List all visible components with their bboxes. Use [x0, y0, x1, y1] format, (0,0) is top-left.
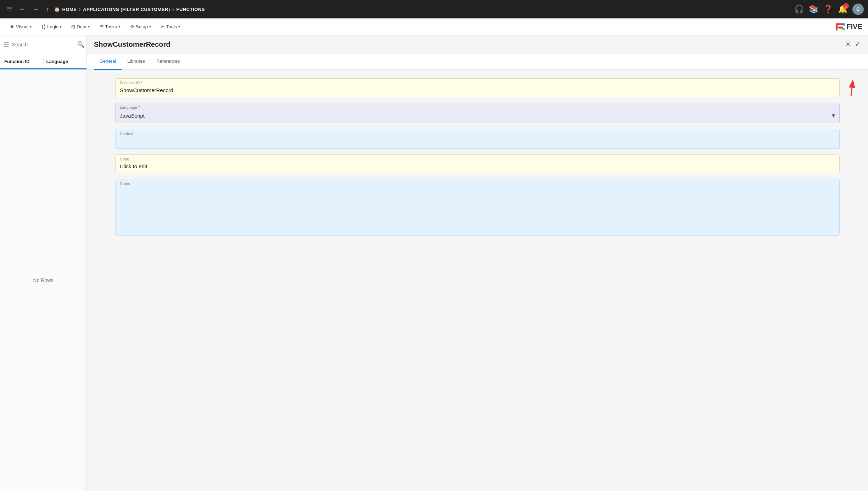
nav-actions: 🎧 📚 ❓ 🔔 1 C	[794, 4, 864, 15]
code-value: Click to edit	[116, 162, 839, 173]
secondary-toolbar: 👁 Visual ▾ ⟨⟩ Logic ▾ ⊞ Data ▾ ☰ Tasks ▾…	[0, 18, 868, 35]
filter-icon[interactable]: ☰	[4, 41, 9, 49]
breadcrumb-home[interactable]: HOME	[62, 7, 77, 12]
search-input[interactable]	[12, 42, 74, 47]
context-label: Context	[116, 129, 839, 136]
home-icon: 🏠	[54, 7, 60, 12]
function-id-field[interactable]: Function ID * ShowCustomerRecord	[115, 78, 840, 97]
tasks-arrow: ▾	[118, 25, 120, 29]
breadcrumb-sep-1: ›	[79, 6, 81, 12]
notification-badge: 1	[843, 3, 849, 9]
search-bar: ☰ 🔍 +	[0, 35, 86, 54]
form-actions: × ✓	[846, 40, 861, 49]
language-field[interactable]: Language * JavaScript ▾	[115, 103, 840, 123]
setup-arrow: ▾	[149, 25, 151, 29]
up-icon[interactable]: ↑	[44, 4, 51, 15]
tab-general[interactable]: General	[94, 53, 122, 70]
language-value: JavaScript	[120, 113, 832, 119]
notes-value	[116, 186, 839, 191]
breadcrumb-functions[interactable]: FUNCTIONS	[177, 7, 205, 12]
form-header: ShowCustomerRecord × ✓	[87, 35, 868, 53]
tools-arrow: ▾	[178, 25, 180, 29]
context-field[interactable]: Context	[115, 129, 840, 149]
toolbar-data[interactable]: ⊞ Data ▾	[67, 22, 94, 32]
tools-label: Tools	[166, 24, 177, 29]
data-label: Data	[77, 24, 86, 29]
toolbar-setup[interactable]: ⚙ Setup ▾	[126, 22, 155, 32]
avatar[interactable]: C	[852, 4, 864, 15]
search-icon[interactable]: 🔍	[77, 41, 85, 49]
language-label: Language *	[116, 103, 839, 110]
back-icon[interactable]: ←	[17, 4, 28, 15]
save-button[interactable]: ✓	[855, 40, 861, 49]
code-field[interactable]: Code Click to edit	[115, 154, 840, 173]
logic-arrow: ▾	[60, 25, 61, 29]
function-id-label: Function ID *	[116, 79, 839, 86]
visual-arrow: ▾	[30, 25, 32, 29]
toolbar-tasks[interactable]: ☰ Tasks ▾	[95, 22, 124, 32]
tab-references[interactable]: References	[151, 53, 185, 70]
tasks-icon: ☰	[100, 24, 104, 29]
col-function-id-header: Function ID	[4, 59, 40, 64]
logic-icon: ⟨⟩	[41, 23, 46, 30]
main-area: ☰ 🔍 + Function ID Language No Rows ShowC…	[0, 35, 868, 491]
left-panel: ☰ 🔍 + Function ID Language No Rows	[0, 35, 87, 491]
svg-marker-1	[838, 28, 845, 30]
toolbar-logic[interactable]: ⟨⟩ Logic ▾	[37, 21, 66, 32]
table-header: Function ID Language	[0, 54, 86, 69]
tasks-label: Tasks	[105, 24, 117, 29]
five-logo-icon	[835, 22, 845, 32]
no-rows-message: No Rows	[0, 69, 86, 491]
support-icon[interactable]: 🎧	[794, 5, 804, 14]
breadcrumb-sep-2: ›	[172, 6, 174, 12]
breadcrumb-applications[interactable]: APPLICATIONS (FILTER CUSTOMER)	[83, 7, 170, 12]
tab-libraries[interactable]: Libraries	[122, 53, 151, 70]
forward-icon[interactable]: →	[30, 4, 41, 15]
five-logo: FIVE	[835, 22, 862, 32]
notes-field[interactable]: Notes	[115, 179, 840, 236]
col-divider	[43, 58, 44, 65]
col-language-header: Language	[46, 59, 83, 64]
context-value	[116, 136, 839, 141]
form-title: ShowCustomerRecord	[94, 40, 846, 49]
close-button[interactable]: ×	[846, 40, 850, 49]
notes-label: Notes	[116, 179, 839, 186]
logic-label: Logic	[47, 24, 58, 29]
toolbar-visual[interactable]: 👁 Visual ▾	[6, 22, 36, 32]
code-label: Code	[116, 155, 839, 162]
function-id-value: ShowCustomerRecord	[116, 86, 839, 97]
data-icon: ⊞	[71, 24, 75, 29]
tabs-bar: General Libraries References	[87, 53, 868, 70]
visual-label: Visual	[16, 24, 28, 29]
data-arrow: ▾	[88, 25, 90, 29]
breadcrumb: 🏠 HOME › APPLICATIONS (FILTER CUSTOMER) …	[54, 6, 205, 12]
setup-icon: ⚙	[130, 24, 134, 29]
library-icon[interactable]: 📚	[809, 5, 818, 14]
toolbar-tools[interactable]: ✂ Tools ▾	[157, 22, 184, 32]
setup-label: Setup	[136, 24, 148, 29]
right-panel: ShowCustomerRecord × ✓ General Libraries…	[87, 35, 868, 491]
dropdown-chevron-icon[interactable]: ▾	[832, 112, 835, 119]
form-content: Function ID * ShowCustomerRecord Languag…	[87, 70, 868, 244]
top-nav: ☰ ← → ↑ 🏠 HOME › APPLICATIONS (FILTER CU…	[0, 0, 868, 18]
eye-icon: 👁	[10, 24, 15, 29]
help-icon[interactable]: ❓	[823, 5, 833, 14]
tools-icon: ✂	[161, 24, 165, 29]
five-logo-text: FIVE	[847, 23, 862, 31]
notification-icon[interactable]: 🔔 1	[838, 5, 847, 14]
menu-icon[interactable]: ☰	[4, 3, 14, 15]
language-dropdown[interactable]: JavaScript ▾	[116, 110, 839, 123]
